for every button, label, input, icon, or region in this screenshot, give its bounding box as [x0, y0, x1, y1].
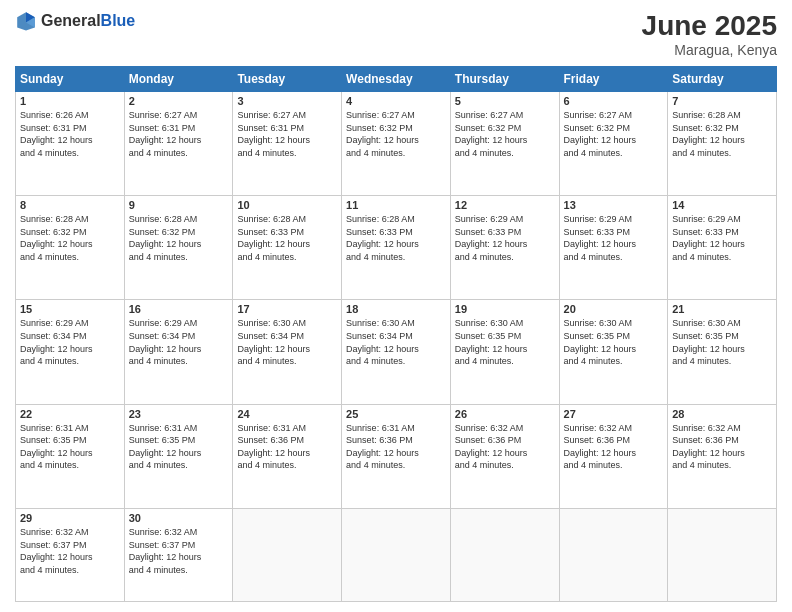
- calendar-cell: 5Sunrise: 6:27 AMSunset: 6:32 PMDaylight…: [450, 92, 559, 196]
- calendar-cell: 11Sunrise: 6:28 AMSunset: 6:33 PMDayligh…: [342, 196, 451, 300]
- day-number: 12: [455, 199, 555, 211]
- day-info: Sunrise: 6:28 AMSunset: 6:32 PMDaylight:…: [129, 213, 229, 263]
- calendar-cell: 13Sunrise: 6:29 AMSunset: 6:33 PMDayligh…: [559, 196, 668, 300]
- week-row-2: 8Sunrise: 6:28 AMSunset: 6:32 PMDaylight…: [16, 196, 777, 300]
- calendar-cell: 20Sunrise: 6:30 AMSunset: 6:35 PMDayligh…: [559, 300, 668, 404]
- day-info: Sunrise: 6:32 AMSunset: 6:37 PMDaylight:…: [20, 526, 120, 576]
- day-number: 28: [672, 408, 772, 420]
- weekday-header-sunday: Sunday: [16, 67, 125, 92]
- day-number: 2: [129, 95, 229, 107]
- calendar-cell: 17Sunrise: 6:30 AMSunset: 6:34 PMDayligh…: [233, 300, 342, 404]
- day-info: Sunrise: 6:28 AMSunset: 6:33 PMDaylight:…: [237, 213, 337, 263]
- day-info: Sunrise: 6:28 AMSunset: 6:32 PMDaylight:…: [20, 213, 120, 263]
- calendar-cell: 8Sunrise: 6:28 AMSunset: 6:32 PMDaylight…: [16, 196, 125, 300]
- calendar-cell: 30Sunrise: 6:32 AMSunset: 6:37 PMDayligh…: [124, 508, 233, 601]
- calendar-cell: 19Sunrise: 6:30 AMSunset: 6:35 PMDayligh…: [450, 300, 559, 404]
- day-info: Sunrise: 6:29 AMSunset: 6:34 PMDaylight:…: [20, 317, 120, 367]
- day-info: Sunrise: 6:29 AMSunset: 6:33 PMDaylight:…: [672, 213, 772, 263]
- day-number: 10: [237, 199, 337, 211]
- title-area: June 2025 Maragua, Kenya: [642, 10, 777, 58]
- day-info: Sunrise: 6:32 AMSunset: 6:36 PMDaylight:…: [672, 422, 772, 472]
- calendar-cell: 15Sunrise: 6:29 AMSunset: 6:34 PMDayligh…: [16, 300, 125, 404]
- calendar-table: SundayMondayTuesdayWednesdayThursdayFrid…: [15, 66, 777, 602]
- day-number: 24: [237, 408, 337, 420]
- day-info: Sunrise: 6:27 AMSunset: 6:31 PMDaylight:…: [237, 109, 337, 159]
- weekday-header-wednesday: Wednesday: [342, 67, 451, 92]
- day-info: Sunrise: 6:28 AMSunset: 6:32 PMDaylight:…: [672, 109, 772, 159]
- day-info: Sunrise: 6:32 AMSunset: 6:36 PMDaylight:…: [564, 422, 664, 472]
- day-info: Sunrise: 6:30 AMSunset: 6:34 PMDaylight:…: [346, 317, 446, 367]
- day-info: Sunrise: 6:28 AMSunset: 6:33 PMDaylight:…: [346, 213, 446, 263]
- day-info: Sunrise: 6:29 AMSunset: 6:34 PMDaylight:…: [129, 317, 229, 367]
- day-info: Sunrise: 6:31 AMSunset: 6:35 PMDaylight:…: [20, 422, 120, 472]
- day-number: 21: [672, 303, 772, 315]
- weekday-header-thursday: Thursday: [450, 67, 559, 92]
- weekday-header-row: SundayMondayTuesdayWednesdayThursdayFrid…: [16, 67, 777, 92]
- calendar-cell: 3Sunrise: 6:27 AMSunset: 6:31 PMDaylight…: [233, 92, 342, 196]
- day-number: 4: [346, 95, 446, 107]
- calendar-cell: 16Sunrise: 6:29 AMSunset: 6:34 PMDayligh…: [124, 300, 233, 404]
- day-number: 15: [20, 303, 120, 315]
- day-info: Sunrise: 6:31 AMSunset: 6:36 PMDaylight:…: [346, 422, 446, 472]
- logo-blue: Blue: [101, 12, 136, 29]
- week-row-3: 15Sunrise: 6:29 AMSunset: 6:34 PMDayligh…: [16, 300, 777, 404]
- day-number: 6: [564, 95, 664, 107]
- calendar-cell: 4Sunrise: 6:27 AMSunset: 6:32 PMDaylight…: [342, 92, 451, 196]
- weekday-header-tuesday: Tuesday: [233, 67, 342, 92]
- calendar-cell: 18Sunrise: 6:30 AMSunset: 6:34 PMDayligh…: [342, 300, 451, 404]
- logo-icon: [15, 10, 37, 32]
- calendar-cell: 9Sunrise: 6:28 AMSunset: 6:32 PMDaylight…: [124, 196, 233, 300]
- day-number: 13: [564, 199, 664, 211]
- day-info: Sunrise: 6:31 AMSunset: 6:35 PMDaylight:…: [129, 422, 229, 472]
- calendar-cell: [450, 508, 559, 601]
- day-number: 9: [129, 199, 229, 211]
- day-number: 18: [346, 303, 446, 315]
- day-number: 1: [20, 95, 120, 107]
- day-info: Sunrise: 6:30 AMSunset: 6:35 PMDaylight:…: [564, 317, 664, 367]
- calendar-cell: 25Sunrise: 6:31 AMSunset: 6:36 PMDayligh…: [342, 404, 451, 508]
- calendar-cell: 12Sunrise: 6:29 AMSunset: 6:33 PMDayligh…: [450, 196, 559, 300]
- day-info: Sunrise: 6:30 AMSunset: 6:35 PMDaylight:…: [672, 317, 772, 367]
- calendar-cell: 14Sunrise: 6:29 AMSunset: 6:33 PMDayligh…: [668, 196, 777, 300]
- day-info: Sunrise: 6:29 AMSunset: 6:33 PMDaylight:…: [564, 213, 664, 263]
- day-info: Sunrise: 6:27 AMSunset: 6:32 PMDaylight:…: [455, 109, 555, 159]
- day-info: Sunrise: 6:30 AMSunset: 6:34 PMDaylight:…: [237, 317, 337, 367]
- logo-text: GeneralBlue: [41, 12, 135, 30]
- day-info: Sunrise: 6:26 AMSunset: 6:31 PMDaylight:…: [20, 109, 120, 159]
- calendar-cell: 10Sunrise: 6:28 AMSunset: 6:33 PMDayligh…: [233, 196, 342, 300]
- calendar-cell: 28Sunrise: 6:32 AMSunset: 6:36 PMDayligh…: [668, 404, 777, 508]
- day-number: 7: [672, 95, 772, 107]
- calendar-cell: 24Sunrise: 6:31 AMSunset: 6:36 PMDayligh…: [233, 404, 342, 508]
- week-row-4: 22Sunrise: 6:31 AMSunset: 6:35 PMDayligh…: [16, 404, 777, 508]
- day-number: 14: [672, 199, 772, 211]
- day-info: Sunrise: 6:32 AMSunset: 6:37 PMDaylight:…: [129, 526, 229, 576]
- calendar-cell: 1Sunrise: 6:26 AMSunset: 6:31 PMDaylight…: [16, 92, 125, 196]
- day-number: 17: [237, 303, 337, 315]
- day-number: 30: [129, 512, 229, 524]
- calendar-cell: 29Sunrise: 6:32 AMSunset: 6:37 PMDayligh…: [16, 508, 125, 601]
- day-number: 8: [20, 199, 120, 211]
- day-number: 23: [129, 408, 229, 420]
- calendar-cell: [233, 508, 342, 601]
- page: GeneralBlue June 2025 Maragua, Kenya Sun…: [0, 0, 792, 612]
- weekday-header-saturday: Saturday: [668, 67, 777, 92]
- calendar-cell: 7Sunrise: 6:28 AMSunset: 6:32 PMDaylight…: [668, 92, 777, 196]
- calendar-cell: [668, 508, 777, 601]
- day-number: 11: [346, 199, 446, 211]
- calendar-cell: [342, 508, 451, 601]
- calendar-cell: 27Sunrise: 6:32 AMSunset: 6:36 PMDayligh…: [559, 404, 668, 508]
- day-number: 22: [20, 408, 120, 420]
- logo: GeneralBlue: [15, 10, 135, 32]
- header: GeneralBlue June 2025 Maragua, Kenya: [15, 10, 777, 58]
- logo-general: General: [41, 12, 101, 29]
- calendar-cell: 22Sunrise: 6:31 AMSunset: 6:35 PMDayligh…: [16, 404, 125, 508]
- month-year: June 2025: [642, 10, 777, 42]
- day-number: 5: [455, 95, 555, 107]
- calendar-cell: [559, 508, 668, 601]
- day-info: Sunrise: 6:30 AMSunset: 6:35 PMDaylight:…: [455, 317, 555, 367]
- day-info: Sunrise: 6:31 AMSunset: 6:36 PMDaylight:…: [237, 422, 337, 472]
- day-number: 25: [346, 408, 446, 420]
- day-info: Sunrise: 6:27 AMSunset: 6:32 PMDaylight:…: [564, 109, 664, 159]
- day-number: 29: [20, 512, 120, 524]
- week-row-5: 29Sunrise: 6:32 AMSunset: 6:37 PMDayligh…: [16, 508, 777, 601]
